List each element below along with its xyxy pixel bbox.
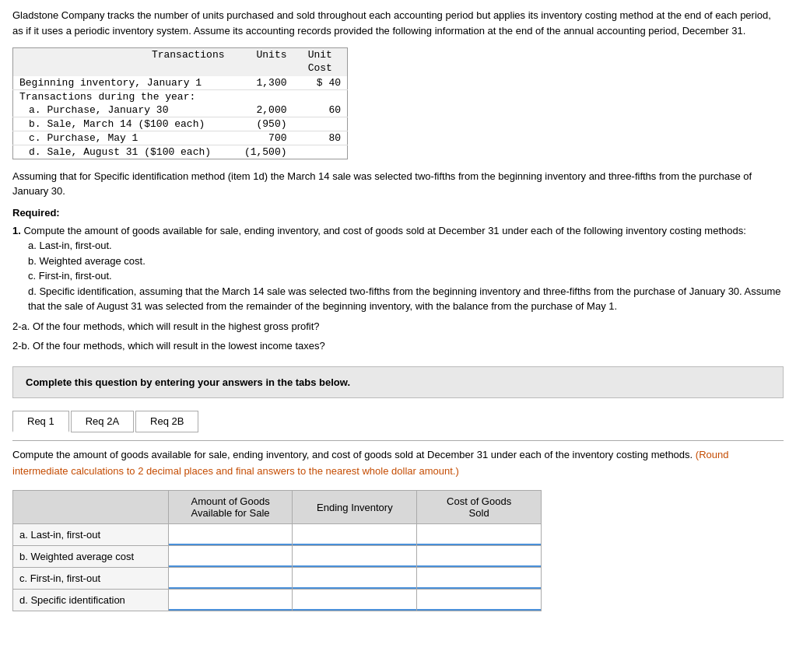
transaction-unitcost-2: 60 <box>293 103 348 117</box>
answer-inventory-input-1[interactable] <box>299 551 410 562</box>
col-header-unitcost: Unit Cost <box>293 48 348 76</box>
answer-goods-input-1[interactable] <box>175 551 286 562</box>
answer-inventory-cell-0[interactable] <box>293 524 417 546</box>
answer-col-header-cogs: Cost of GoodsSold <box>417 491 542 524</box>
answer-row-label-0: a. Last-in, first-out <box>13 524 169 546</box>
transaction-units-0: 1,300 <box>231 76 293 90</box>
answer-cogs-input-3[interactable] <box>423 594 535 606</box>
answer-inventory-input-2[interactable] <box>299 572 410 584</box>
answer-goods-input-0[interactable] <box>175 529 286 541</box>
answer-goods-input-2[interactable] <box>175 572 286 584</box>
item1-b: b. Weighted average cost. <box>28 254 784 269</box>
answer-cogs-cell-0[interactable] <box>417 524 542 546</box>
answer-inventory-input-0[interactable] <box>299 529 410 541</box>
answer-goods-cell-2[interactable] <box>168 568 293 590</box>
col-header-transactions: Transactions <box>13 48 231 76</box>
transaction-unitcost-5 <box>293 145 348 159</box>
answer-inventory-cell-1[interactable] <box>293 546 417 568</box>
tab-req2b[interactable]: Req 2B <box>135 411 198 432</box>
item2a-text: Of the four methods, which will result i… <box>33 320 320 332</box>
transaction-label-5: d. Sale, August 31 ($100 each) <box>13 145 231 159</box>
transaction-units-3: (950) <box>231 117 293 131</box>
transaction-unitcost-3 <box>293 117 348 131</box>
transaction-label-4: c. Purchase, May 1 <box>13 131 231 145</box>
answer-goods-cell-0[interactable] <box>168 524 293 546</box>
answer-cogs-cell-1[interactable] <box>417 546 542 568</box>
transaction-label-1: Transactions during the year: <box>13 89 231 103</box>
tab-req1[interactable]: Req 1 <box>12 411 69 432</box>
item1-a: a. Last-in, first-out. <box>28 238 784 254</box>
item1-sub-items: a. Last-in, first-out. b. Weighted avera… <box>28 238 784 314</box>
req-description-main: Compute the amount of goods available fo… <box>12 449 696 460</box>
answer-cogs-cell-3[interactable] <box>417 590 542 611</box>
answer-col-header-goods: Amount of GoodsAvailable for Sale <box>168 491 293 524</box>
item1-block: 1. Compute the amount of goods available… <box>12 223 784 314</box>
item2b-text: Of the four methods, which will result i… <box>33 340 325 352</box>
assuming-text: Assuming that for Specific identificatio… <box>12 169 784 199</box>
answer-goods-cell-1[interactable] <box>168 546 293 568</box>
answer-inventory-input-3[interactable] <box>299 594 410 606</box>
answer-col-header-inventory: Ending Inventory <box>293 491 417 524</box>
tabs-container: Req 1 Req 2A Req 2B <box>12 411 784 432</box>
item1-c: c. First-in, first-out. <box>28 268 784 284</box>
transaction-units-4: 700 <box>231 131 293 145</box>
col-header-units: Units <box>231 48 293 76</box>
answer-row-label-3: d. Specific identification <box>13 590 169 611</box>
answer-row-label-1: b. Weighted average cost <box>13 546 169 568</box>
transaction-label-0: Beginning inventory, January 1 <box>13 76 231 90</box>
answer-col-header-label <box>13 491 169 524</box>
transaction-unitcost-1 <box>293 89 348 103</box>
complete-box: Complete this question by entering your … <box>12 366 784 398</box>
item2a-block: 2-a. Of the four methods, which will res… <box>12 319 784 334</box>
transaction-unitcost-0: $ 40 <box>293 76 348 90</box>
item2b-label: 2-b. <box>12 340 30 352</box>
answer-row-label-2: c. First-in, first-out <box>13 568 169 590</box>
answer-table: Amount of GoodsAvailable for Sale Ending… <box>12 490 542 611</box>
transaction-label-3: b. Sale, March 14 ($100 each) <box>13 117 231 131</box>
answer-cogs-input-1[interactable] <box>423 551 535 562</box>
answer-goods-cell-3[interactable] <box>168 590 293 611</box>
item2b-block: 2-b. Of the four methods, which will res… <box>12 338 784 354</box>
answer-inventory-cell-2[interactable] <box>293 568 417 590</box>
tab-req2a[interactable]: Req 2A <box>71 411 134 432</box>
transaction-units-1 <box>231 89 293 103</box>
required-label: Required: <box>12 207 784 219</box>
answer-goods-input-3[interactable] <box>175 594 286 606</box>
transaction-units-5: (1,500) <box>231 145 293 159</box>
transaction-units-2: 2,000 <box>231 103 293 117</box>
item1-d: d. Specific identification, assuming tha… <box>28 284 784 314</box>
item2a-label: 2-a. <box>12 320 30 332</box>
answer-cogs-input-0[interactable] <box>423 529 535 541</box>
answer-cogs-cell-2[interactable] <box>417 568 542 590</box>
transaction-label-2: a. Purchase, January 30 <box>13 103 231 117</box>
req-description: Compute the amount of goods available fo… <box>12 440 784 480</box>
answer-cogs-input-2[interactable] <box>423 572 535 584</box>
transactions-table: Transactions Units Unit Cost Beginning i… <box>12 47 348 159</box>
item1-intro: Compute the amount of goods available fo… <box>23 225 745 236</box>
item1-number: 1. <box>12 225 21 236</box>
answer-inventory-cell-3[interactable] <box>293 590 417 611</box>
transaction-unitcost-4: 80 <box>293 131 348 145</box>
intro-text: Gladstone Company tracks the number of u… <box>12 8 784 38</box>
